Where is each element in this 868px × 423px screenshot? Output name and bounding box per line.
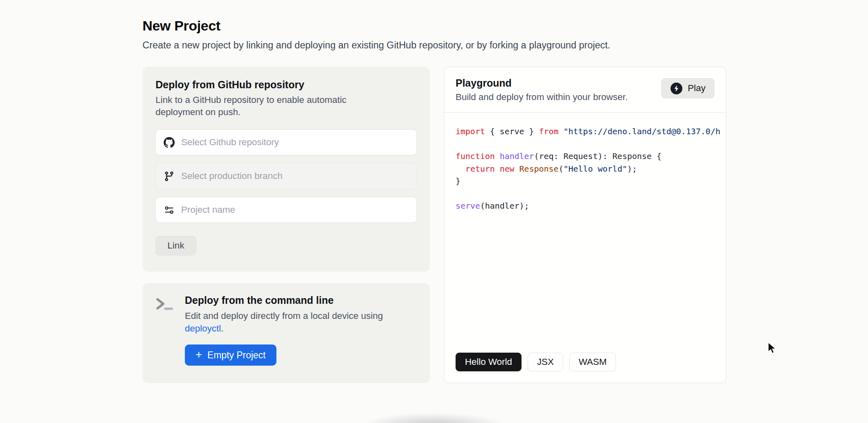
code-line: function handler(req: Request): Response… xyxy=(456,150,726,163)
select-repo-field[interactable]: Select Github repository xyxy=(156,129,417,155)
code-line: serve(handler); xyxy=(456,200,726,212)
cli-text-suffix: . xyxy=(221,323,224,334)
play-button[interactable]: Play xyxy=(661,78,715,98)
lightning-icon xyxy=(670,82,683,95)
mouse-cursor xyxy=(767,342,779,355)
deployctl-link[interactable]: deployctl xyxy=(185,323,221,334)
cli-deploy-card: Deploy from the command line Edit and de… xyxy=(142,283,430,383)
github-card-title: Deploy from GitHub repository xyxy=(156,79,417,91)
code-line xyxy=(456,188,726,200)
cli-card-text: Edit and deploy directly from a local de… xyxy=(185,310,413,335)
tab-jsx[interactable]: JSX xyxy=(528,353,563,371)
sample-tabs: Hello WorldJSXWASM xyxy=(456,353,616,371)
github-icon xyxy=(164,137,175,148)
new-project-page: New Project Create a new project by link… xyxy=(0,0,868,423)
cli-card-title: Deploy from the command line xyxy=(185,294,413,306)
code-line: import { serve } from "https://deno.land… xyxy=(456,125,726,138)
select-repo-placeholder: Select Github repository xyxy=(181,137,279,148)
playground-title: Playground xyxy=(456,77,628,89)
select-branch-field[interactable]: Select production branch xyxy=(156,163,417,189)
git-branch-icon xyxy=(164,171,175,182)
code-line: return new Response("Hello world"); xyxy=(456,163,726,175)
github-card-subtitle: Link to a GitHub repository to enable au… xyxy=(156,94,377,118)
code-line xyxy=(456,138,726,150)
sliders-icon xyxy=(164,205,175,216)
tab-wasm[interactable]: WASM xyxy=(569,353,616,371)
empty-project-button[interactable]: +Empty Project xyxy=(185,345,276,366)
terminal-icon xyxy=(156,294,174,372)
select-branch-placeholder: Select production branch xyxy=(181,171,283,181)
project-name-placeholder: Project name xyxy=(181,205,235,215)
code-block[interactable]: import { serve } from "https://deno.land… xyxy=(444,113,726,212)
bottom-edge-shadow xyxy=(338,406,529,423)
page-subtitle: Create a new project by linking and depl… xyxy=(142,40,610,51)
link-button[interactable]: Link xyxy=(156,236,196,255)
tab-hello-world[interactable]: Hello World xyxy=(456,353,522,371)
page-title: New Project xyxy=(142,18,220,34)
playground-card: Playground Build and deploy from within … xyxy=(444,67,726,383)
cli-text-prefix: Edit and deploy directly from a local de… xyxy=(185,311,383,321)
playground-header: Playground Build and deploy from within … xyxy=(444,67,726,113)
code-line: } xyxy=(456,175,726,188)
project-name-field[interactable]: Project name xyxy=(156,197,417,223)
plus-icon: + xyxy=(195,349,202,360)
playground-subtitle: Build and deploy from within your browse… xyxy=(456,92,628,102)
empty-project-label: Empty Project xyxy=(207,350,265,361)
play-button-label: Play xyxy=(688,83,706,94)
github-deploy-card: Deploy from GitHub repository Link to a … xyxy=(142,67,430,272)
